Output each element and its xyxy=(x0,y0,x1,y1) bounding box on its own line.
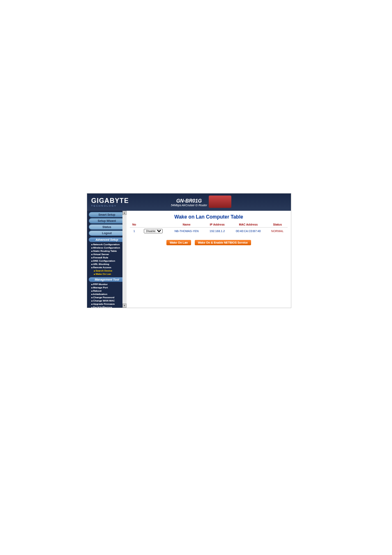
status-button[interactable]: Status xyxy=(89,224,125,230)
col-select xyxy=(138,222,168,228)
sidebar-item-static-routing[interactable]: Static Routing Table xyxy=(89,249,125,253)
sidebar-item-virtual-server[interactable]: Virtual Server xyxy=(89,253,125,256)
sidebar-item-reboot[interactable]: Reboot xyxy=(89,289,125,292)
col-mac: MAC Address xyxy=(229,222,267,228)
management-tool-header: Management Tool xyxy=(89,277,125,282)
sidebar-item-wireless-config[interactable]: Wireless Configuration xyxy=(89,246,125,249)
product-badge: GN-BR01G 54Mbps AirCruiser G Router xyxy=(171,198,207,207)
cell-mac: 00:40:CA:C0:B7:40 xyxy=(229,228,267,235)
logo-subtitle: TECHNOLOGY xyxy=(91,205,129,207)
cell-no: 1 xyxy=(130,228,138,235)
col-ip: IP Address xyxy=(205,222,230,228)
sidebar-item-url-blocking[interactable]: URL Blocking xyxy=(89,263,125,266)
setup-wizard-button[interactable]: Setup Wizard xyxy=(89,218,125,223)
scroll-up-icon[interactable]: ▴ xyxy=(122,211,127,215)
logo-block: GIGABYTE TECHNOLOGY xyxy=(91,197,129,207)
col-status: Status xyxy=(267,222,288,228)
sidebar-item-remote-access[interactable]: Remote Access xyxy=(89,266,125,269)
sidebar-item-backup-restore[interactable]: BackUp/Restore xyxy=(89,306,125,308)
page-title: Wake on Lan Computer Table xyxy=(130,214,288,220)
sidebar-item-change-password[interactable]: Change Password xyxy=(89,296,125,299)
button-row: Wake On Lan Wake On & Enable NETBIOS Ser… xyxy=(130,238,288,245)
smart-setup-button[interactable]: Smart Setup xyxy=(89,212,125,217)
product-name: GN-BR01G xyxy=(171,198,207,204)
sidebar-scrollbar[interactable]: ▴ ▾ xyxy=(122,211,127,308)
router-image xyxy=(209,196,231,208)
table-row: 1 Disable NB-THOMAS-YEN 192.168.1.2 00:4… xyxy=(130,228,288,235)
cell-status: NORMAL xyxy=(267,228,288,235)
sidebar-item-upgrade-firmware[interactable]: Upgrade Firmware xyxy=(89,302,125,306)
col-name: Name xyxy=(168,222,205,228)
wake-on-netbios-button[interactable]: Wake On & Enable NETBIOS Service xyxy=(195,240,251,245)
advanced-setup-header: Advanced Setup xyxy=(89,237,125,242)
product-subtitle: 54Mbps AirCruiser G Router xyxy=(171,204,207,207)
logout-button[interactable]: Logout xyxy=(89,230,125,236)
sidebar-item-search-device[interactable]: Search Device xyxy=(89,269,125,272)
sidebar-item-dns-config[interactable]: DNS Configuration xyxy=(89,259,125,263)
sidebar: Smart Setup Setup Wizard Status Logout A… xyxy=(87,211,127,308)
col-no: No xyxy=(130,222,138,228)
cell-ip: 192.168.1.2 xyxy=(205,228,230,235)
sidebar-item-change-wan-mac[interactable]: Change WAN MAC xyxy=(89,299,125,302)
logo: GIGABYTE xyxy=(91,197,129,204)
row-select[interactable]: Disable xyxy=(144,229,163,233)
scroll-down-icon[interactable]: ▾ xyxy=(122,304,127,308)
sidebar-item-firewall-rule[interactable]: Firewall Rule xyxy=(89,256,125,259)
sidebar-item-network-config[interactable]: Network Configuration xyxy=(89,243,125,246)
sidebar-item-initialization[interactable]: Initialization xyxy=(89,292,125,296)
cell-name: NB-THOMAS-YEN xyxy=(168,228,205,235)
wol-table: No Name IP Address MAC Address Status 1 … xyxy=(130,222,288,235)
sidebar-item-wake-on-lan[interactable]: Wake On Lan xyxy=(89,272,125,276)
wake-on-lan-button[interactable]: Wake On Lan xyxy=(166,240,191,245)
sidebar-item-ppp-monitor[interactable]: PPP Monitor xyxy=(89,283,125,286)
content-area: Wake on Lan Computer Table No Name IP Ad… xyxy=(127,211,291,308)
sidebar-item-manage-port[interactable]: Manage Port xyxy=(89,286,125,289)
header: GIGABYTE TECHNOLOGY GN-BR01G 54Mbps AirC… xyxy=(87,193,291,211)
